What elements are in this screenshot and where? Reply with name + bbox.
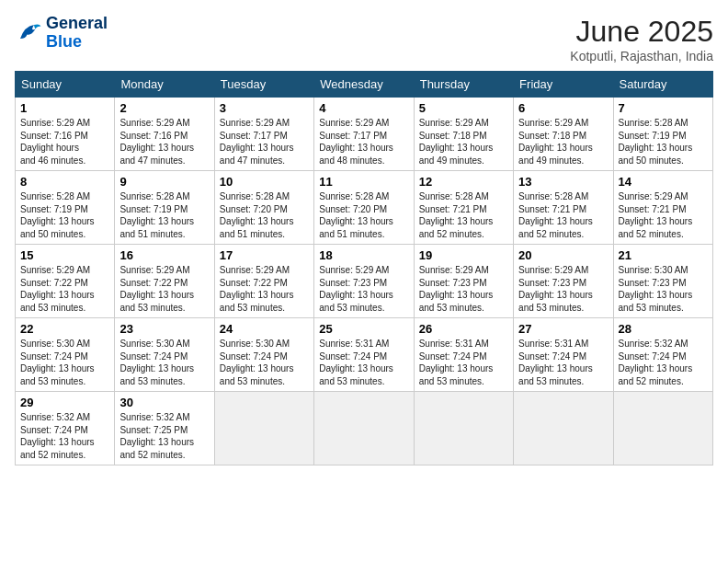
calendar-cell-4: 4Sunrise: 5:29 AMSunset: 7:17 PMDaylight… — [314, 98, 414, 171]
calendar-cell-18: 18Sunrise: 5:29 AMSunset: 7:23 PMDayligh… — [314, 245, 414, 318]
calendar-cell-13: 13Sunrise: 5:28 AMSunset: 7:21 PMDayligh… — [514, 171, 613, 245]
calendar-cell-23: 23Sunrise: 5:30 AMSunset: 7:24 PMDayligh… — [115, 318, 214, 392]
page-header: General Blue June 2025 Kotputli, Rajasth… — [15, 15, 713, 63]
calendar-cell-empty-4-5 — [514, 392, 613, 465]
calendar-cell-empty-4-3 — [314, 392, 414, 465]
logo: General Blue — [15, 15, 108, 52]
calendar-cell-26: 26Sunrise: 5:31 AMSunset: 7:24 PMDayligh… — [414, 318, 513, 392]
calendar-cell-7: 7Sunrise: 5:28 AMSunset: 7:19 PMDaylight… — [613, 98, 712, 171]
logo-line1: General — [46, 15, 108, 33]
calendar-cell-20: 20Sunrise: 5:29 AMSunset: 7:23 PMDayligh… — [514, 245, 613, 318]
calendar-cell-2: 2Sunrise: 5:29 AMSunset: 7:16 PMDaylight… — [115, 98, 214, 171]
logo-line2: Blue — [46, 33, 108, 52]
calendar-cell-empty-4-6 — [613, 392, 712, 465]
calendar-cell-3: 3Sunrise: 5:29 AMSunset: 7:17 PMDaylight… — [214, 98, 313, 171]
column-header-friday: Friday — [514, 72, 613, 98]
calendar-cell-30: 30Sunrise: 5:32 AMSunset: 7:25 PMDayligh… — [115, 392, 214, 465]
calendar-cell-6: 6Sunrise: 5:29 AMSunset: 7:18 PMDaylight… — [514, 98, 613, 171]
calendar-cell-12: 12Sunrise: 5:28 AMSunset: 7:21 PMDayligh… — [414, 171, 513, 245]
calendar-cell-14: 14Sunrise: 5:29 AMSunset: 7:21 PMDayligh… — [613, 171, 712, 245]
column-header-tuesday: Tuesday — [214, 72, 313, 98]
calendar-cell-empty-4-4 — [414, 392, 513, 465]
column-header-sunday: Sunday — [16, 72, 115, 98]
calendar-cell-28: 28Sunrise: 5:32 AMSunset: 7:24 PMDayligh… — [613, 318, 712, 392]
calendar-cell-15: 15Sunrise: 5:29 AMSunset: 7:22 PMDayligh… — [16, 245, 115, 318]
calendar-cell-22: 22Sunrise: 5:30 AMSunset: 7:24 PMDayligh… — [16, 318, 115, 392]
calendar-week-3: 22Sunrise: 5:30 AMSunset: 7:24 PMDayligh… — [16, 318, 713, 392]
calendar-cell-9: 9Sunrise: 5:28 AMSunset: 7:19 PMDaylight… — [115, 171, 214, 245]
calendar-cell-27: 27Sunrise: 5:31 AMSunset: 7:24 PMDayligh… — [514, 318, 613, 392]
logo-bird-icon — [15, 19, 42, 47]
column-header-wednesday: Wednesday — [314, 72, 414, 98]
calendar-cell-empty-4-2 — [214, 392, 313, 465]
month-year: June 2025 — [570, 15, 713, 49]
calendar-week-4: 29Sunrise: 5:32 AMSunset: 7:24 PMDayligh… — [16, 392, 713, 465]
column-header-saturday: Saturday — [613, 72, 712, 98]
calendar-cell-5: 5Sunrise: 5:29 AMSunset: 7:18 PMDaylight… — [414, 98, 513, 171]
calendar-cell-19: 19Sunrise: 5:29 AMSunset: 7:23 PMDayligh… — [414, 245, 513, 318]
column-header-monday: Monday — [115, 72, 214, 98]
calendar-cell-8: 8Sunrise: 5:28 AMSunset: 7:19 PMDaylight… — [16, 171, 115, 245]
column-header-thursday: Thursday — [414, 72, 513, 98]
calendar-week-0: 1Sunrise: 5:29 AMSunset: 7:16 PMDaylight… — [16, 98, 713, 171]
calendar-header-row: SundayMondayTuesdayWednesdayThursdayFrid… — [16, 72, 713, 98]
calendar-cell-24: 24Sunrise: 5:30 AMSunset: 7:24 PMDayligh… — [214, 318, 313, 392]
calendar-cell-11: 11Sunrise: 5:28 AMSunset: 7:20 PMDayligh… — [314, 171, 414, 245]
calendar-week-2: 15Sunrise: 5:29 AMSunset: 7:22 PMDayligh… — [16, 245, 713, 318]
calendar-week-1: 8Sunrise: 5:28 AMSunset: 7:19 PMDaylight… — [16, 171, 713, 245]
calendar-cell-29: 29Sunrise: 5:32 AMSunset: 7:24 PMDayligh… — [16, 392, 115, 465]
calendar-cell-17: 17Sunrise: 5:29 AMSunset: 7:22 PMDayligh… — [214, 245, 313, 318]
calendar-cell-25: 25Sunrise: 5:31 AMSunset: 7:24 PMDayligh… — [314, 318, 414, 392]
title-block: June 2025 Kotputli, Rajasthan, India — [570, 15, 713, 63]
calendar-cell-1: 1Sunrise: 5:29 AMSunset: 7:16 PMDaylight… — [16, 98, 115, 171]
calendar-table: SundayMondayTuesdayWednesdayThursdayFrid… — [15, 71, 713, 465]
calendar-cell-16: 16Sunrise: 5:29 AMSunset: 7:22 PMDayligh… — [115, 245, 214, 318]
location: Kotputli, Rajasthan, India — [570, 49, 713, 63]
calendar-cell-10: 10Sunrise: 5:28 AMSunset: 7:20 PMDayligh… — [214, 171, 313, 245]
calendar-cell-21: 21Sunrise: 5:30 AMSunset: 7:23 PMDayligh… — [613, 245, 712, 318]
